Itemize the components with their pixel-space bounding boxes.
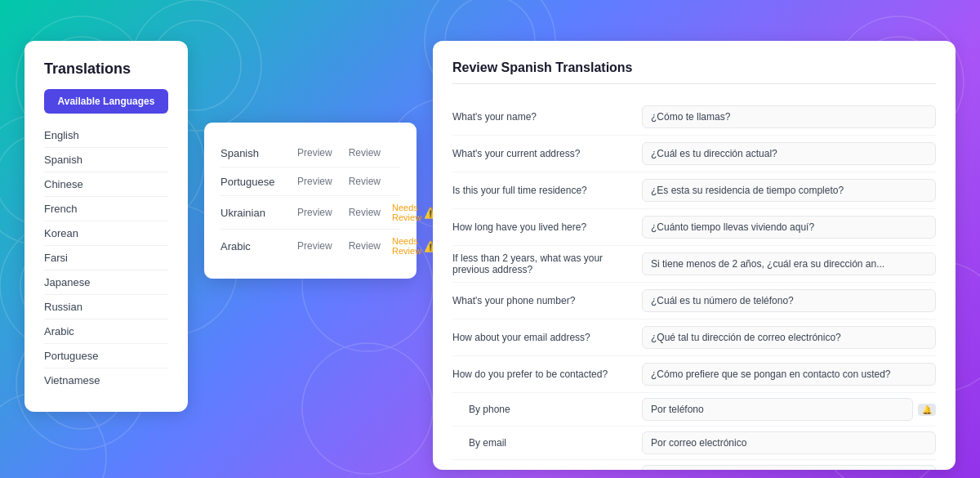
row-email-address: How about your email address?	[452, 319, 936, 356]
language-item-vietnamese[interactable]: Vietnamese	[44, 369, 168, 392]
page-container: Translations Available Languages English…	[0, 0, 980, 478]
popup-preview-spanish[interactable]: Preview	[292, 145, 337, 160]
popup-preview-portuguese[interactable]: Preview	[292, 174, 337, 189]
language-item-french[interactable]: French	[44, 197, 168, 221]
row-phone-number: What's your phone number?	[452, 283, 936, 319]
popup-lang-spanish: Spanish	[220, 147, 286, 159]
question-whats-your-name: What's your name?	[452, 111, 632, 123]
question-prefer-contacted: How do you prefer to be contacted?	[452, 369, 632, 380]
language-item-korean[interactable]: Korean	[44, 221, 168, 246]
popup-preview-arabic[interactable]: Preview	[292, 239, 337, 253]
translation-by-phone[interactable]	[642, 398, 913, 421]
language-item-spanish[interactable]: Spanish	[44, 148, 168, 172]
question-how-long-lived: How long have you lived here?	[452, 221, 632, 233]
row-full-time-residence: Is this your full time residence?	[452, 172, 936, 209]
popup-lang-portuguese: Portuguese	[220, 176, 286, 188]
question-full-time-residence: Is this your full time residence?	[452, 185, 632, 196]
row-prefer-contacted: How do you prefer to be contacted?	[452, 356, 936, 393]
question-current-address: What's your current address?	[452, 148, 632, 159]
translation-client-portal[interactable]	[642, 465, 936, 470]
question-previous-address: If less than 2 years, what was your prev…	[452, 252, 632, 275]
review-title: Review Spanish Translations	[452, 60, 936, 84]
language-item-farsi[interactable]: Farsi	[44, 246, 168, 270]
available-languages-button[interactable]: Available Languages	[44, 89, 168, 114]
translation-by-email[interactable]	[642, 431, 936, 454]
question-by-email: By email	[452, 437, 632, 449]
needs-review-badge-ukrainian: Needs Review ⚠️	[392, 203, 437, 222]
question-by-phone: By phone	[452, 404, 632, 415]
translations-title: Translations	[44, 60, 168, 78]
translation-full-time-residence[interactable]	[642, 179, 936, 202]
popup-row-arabic: Arabic Preview Review Needs Review ⚠️	[220, 230, 400, 262]
popup-lang-arabic: Arabic	[220, 240, 286, 252]
language-item-chinese[interactable]: Chinese	[44, 172, 168, 197]
language-item-portuguese[interactable]: Portuguese	[44, 344, 168, 369]
needs-review-badge-arabic: Needs Review ⚠️	[392, 236, 437, 256]
translation-current-address[interactable]	[642, 142, 936, 165]
language-item-arabic[interactable]: Arabic	[44, 319, 168, 344]
popup-review-portuguese[interactable]: Review	[344, 174, 385, 189]
row-previous-address: If less than 2 years, what was your prev…	[452, 246, 936, 283]
popup-review-arabic[interactable]: Review	[344, 239, 385, 253]
translation-previous-address[interactable]	[642, 252, 936, 275]
popup-row-ukrainian: Ukrainian Preview Review Needs Review ⚠️	[220, 196, 400, 230]
popup-review-ukrainian[interactable]: Review	[344, 205, 385, 220]
language-item-japanese[interactable]: Japanese	[44, 270, 168, 295]
translation-prefer-contacted[interactable]	[642, 363, 936, 386]
row-by-phone: By phone 🔔	[452, 393, 936, 427]
popup-row-portuguese: Portuguese Preview Review	[220, 168, 400, 196]
row-how-long-lived: How long have you lived here?	[452, 209, 936, 246]
question-phone-number: What's your phone number?	[452, 295, 632, 306]
question-email-address: How about your email address?	[452, 332, 632, 343]
row-client-portal: Via the client portal	[452, 460, 936, 470]
phone-badge: 🔔	[918, 404, 936, 416]
popup-review-spanish[interactable]: Review	[344, 145, 385, 160]
language-item-russian[interactable]: Russian	[44, 295, 168, 319]
language-popup: Spanish Preview Review Portuguese Previe…	[204, 123, 416, 279]
row-by-email: By email	[452, 427, 936, 460]
translation-how-long-lived[interactable]	[642, 216, 936, 239]
translation-email-address[interactable]	[642, 326, 936, 349]
popup-lang-ukrainian: Ukrainian	[220, 207, 286, 219]
review-panel: Review Spanish Translations What's your …	[433, 41, 956, 470]
language-item-english[interactable]: English	[44, 123, 168, 148]
translations-panel: Translations Available Languages English…	[24, 41, 188, 412]
input-with-badge-phone: 🔔	[642, 398, 936, 421]
popup-preview-ukrainian[interactable]: Preview	[292, 205, 337, 220]
row-current-address: What's your current address?	[452, 136, 936, 172]
translation-phone-number[interactable]	[642, 289, 936, 312]
translation-whats-your-name[interactable]	[642, 105, 936, 128]
popup-row-spanish: Spanish Preview Review	[220, 139, 400, 168]
row-whats-your-name: What's your name?	[452, 99, 936, 136]
language-list: English Spanish Chinese French Korean Fa…	[44, 123, 168, 392]
